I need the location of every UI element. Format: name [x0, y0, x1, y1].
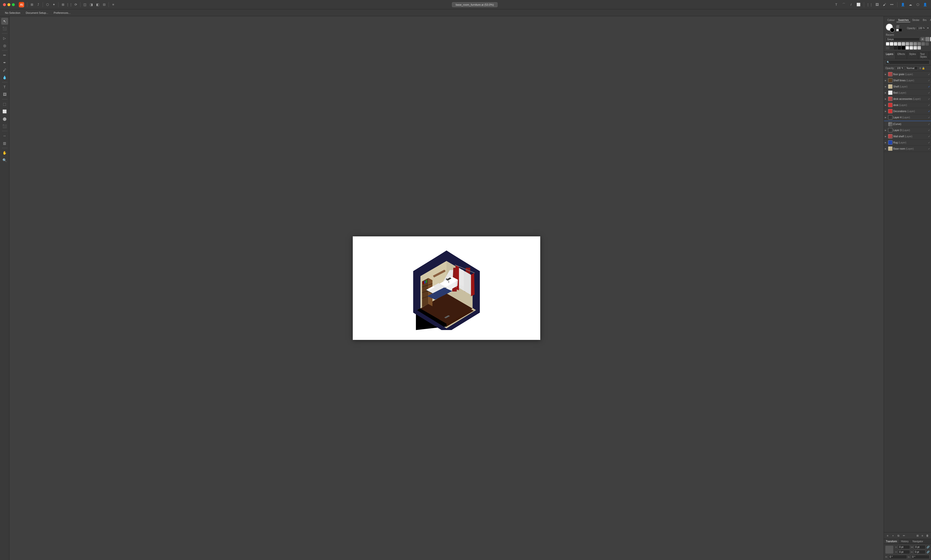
- swatch-2[interactable]: [894, 42, 897, 46]
- layer-check[interactable]: ✓: [928, 116, 930, 119]
- swatch-black[interactable]: [902, 46, 905, 49]
- crop-tool[interactable]: ⬚: [1, 100, 8, 108]
- more-icon[interactable]: •••: [889, 2, 895, 8]
- layer-check[interactable]: ✓: [928, 141, 930, 144]
- dropper-tool[interactable]: 💧: [1, 74, 8, 81]
- layer-check[interactable]: ✓: [928, 148, 930, 150]
- color-preview-container[interactable]: [886, 24, 895, 32]
- layer-item-layer4[interactable]: ▶ Layer 4 (Layer) ✓: [884, 114, 931, 120]
- duplicate-layer-icon[interactable]: ⧉: [896, 533, 901, 538]
- swatch-15[interactable]: [906, 46, 909, 49]
- pen-tool[interactable]: ✏: [1, 52, 8, 58]
- brush-tool[interactable]: 🖊: [1, 66, 8, 74]
- select-icon[interactable]: ⬡: [45, 2, 50, 8]
- swatch-10[interactable]: [925, 42, 929, 46]
- flip-tool[interactable]: ↔: [1, 132, 8, 139]
- delete-layer-icon[interactable]: 🗑: [925, 533, 929, 538]
- edit-layer-icon[interactable]: ✏: [902, 533, 906, 538]
- align1-icon[interactable]: ◫: [82, 2, 88, 8]
- layer-lock-icon[interactable]: 🔒: [922, 67, 925, 69]
- swatch-9[interactable]: [922, 42, 925, 46]
- layer-item-shelf[interactable]: ▶ Shelf (Layer) ✓: [884, 83, 931, 90]
- layer-item-layer3[interactable]: ▶ Layer 3 (Layer) ✓: [884, 127, 931, 133]
- layer-blend-input[interactable]: [905, 66, 918, 70]
- align4-icon[interactable]: ⊟: [101, 2, 107, 8]
- maximize-button[interactable]: [12, 3, 15, 6]
- close-button[interactable]: [3, 3, 6, 6]
- layer-check[interactable]: ✓: [928, 110, 930, 112]
- share-icon[interactable]: ⤴: [35, 2, 41, 8]
- add-layer-icon[interactable]: +: [891, 533, 895, 538]
- x-input[interactable]: [898, 545, 910, 549]
- r-input[interactable]: [888, 555, 907, 559]
- layer-item-curve[interactable]: (Curve) ✓: [884, 121, 931, 127]
- arrow-icon[interactable]: ⟳: [73, 2, 79, 8]
- navigator-tab[interactable]: Navigator: [911, 539, 925, 544]
- layer-item-desk-accessories[interactable]: ▶ desk accessories (Layer) ✓: [884, 96, 931, 102]
- person-icon[interactable]: 👤: [922, 2, 928, 8]
- layer-check[interactable]: ✓: [928, 98, 930, 100]
- layer-check[interactable]: ✓: [928, 129, 930, 132]
- distribute-icon[interactable]: ≡: [110, 2, 116, 8]
- colour-tab[interactable]: Colour: [886, 18, 896, 22]
- photo-icon[interactable]: 🖼: [874, 2, 880, 8]
- minimize-button[interactable]: [8, 3, 10, 6]
- layer-check[interactable]: ✓: [928, 85, 930, 88]
- swatch-1[interactable]: [890, 42, 893, 46]
- brs-tab[interactable]: Brs: [922, 18, 928, 22]
- layer-item-shelf-items[interactable]: ▶ Shelf Itmes (Layer) ✓: [884, 77, 931, 83]
- swatch-13[interactable]: [894, 46, 897, 49]
- select-tool[interactable]: ↖: [1, 18, 8, 25]
- search-container[interactable]: 🔍: [885, 60, 929, 64]
- layer-item-desk[interactable]: ▶ desk (Layer) ✓: [884, 102, 931, 108]
- arrow-tool[interactable]: ▷: [1, 35, 8, 42]
- swatch-16[interactable]: [909, 46, 913, 49]
- h-input[interactable]: [914, 550, 926, 554]
- layer-item-wall-shelf[interactable]: ▶ Wall shelf (Layer) ✓: [884, 133, 931, 140]
- stroke-tab[interactable]: Stroke: [911, 18, 921, 22]
- layer-item-decorations[interactable]: ▶ Decorations (Layer) ✓: [884, 108, 931, 114]
- ellipse-tool[interactable]: ⬤: [1, 115, 8, 122]
- layer-check[interactable]: ✓: [928, 73, 930, 76]
- swatch-8[interactable]: [917, 42, 921, 46]
- swatch-11[interactable]: [886, 46, 889, 49]
- zoom-tool[interactable]: 🔍: [1, 157, 8, 164]
- layer-opacity-input[interactable]: [895, 66, 904, 70]
- grid-layer-icon[interactable]: ⊞: [915, 533, 920, 538]
- link-icon[interactable]: 🔗: [926, 546, 929, 548]
- layer-check[interactable]: ✓: [928, 104, 930, 106]
- dark-swatch-btn[interactable]: [925, 37, 930, 42]
- swatch-17[interactable]: [914, 46, 917, 49]
- transparent-swatch[interactable]: [896, 25, 899, 28]
- background-color[interactable]: [890, 28, 895, 32]
- align2-icon[interactable]: ◨: [88, 2, 94, 8]
- styles-tab[interactable]: Styles: [907, 52, 918, 59]
- layer-check[interactable]: ✓: [928, 135, 930, 138]
- image-tool[interactable]: 🖼: [1, 91, 8, 98]
- cloud-icon[interactable]: ☁: [907, 2, 913, 8]
- grid2-icon[interactable]: ⊞: [60, 2, 66, 8]
- swatch-6[interactable]: [909, 42, 913, 46]
- layer-check[interactable]: ✓: [928, 91, 930, 94]
- brush2-icon[interactable]: 🖌: [882, 2, 887, 8]
- swatches-tab[interactable]: Swatches: [897, 18, 910, 22]
- swatch-3[interactable]: [898, 42, 901, 46]
- swatch-4[interactable]: [902, 42, 905, 46]
- grid-icon[interactable]: ⊞: [29, 2, 35, 8]
- apr-tab[interactable]: Apr: [928, 18, 931, 22]
- layers-tab[interactable]: Layers: [884, 52, 895, 59]
- swatch-12[interactable]: [890, 46, 893, 49]
- swatch-18[interactable]: [917, 46, 921, 49]
- opacity-input[interactable]: [917, 26, 926, 30]
- pen-icon[interactable]: ✦: [51, 2, 57, 8]
- layer-item-floor-grate[interactable]: ▶ floor grate (Layer) ✓: [884, 71, 931, 77]
- layer-item-rug[interactable]: ▶ Rug (Layer) ✓: [884, 140, 931, 146]
- swatch-7[interactable]: [914, 42, 917, 46]
- curve-icon[interactable]: ⌒: [841, 2, 847, 8]
- layer-check[interactable]: ✓: [928, 123, 930, 125]
- transform-tab[interactable]: Transform: [884, 539, 899, 544]
- w-input[interactable]: [914, 545, 926, 549]
- s-input[interactable]: [911, 555, 929, 559]
- layers-stack-icon[interactable]: ≡: [885, 533, 890, 538]
- text-styles-tab[interactable]: Text Styles: [918, 52, 929, 59]
